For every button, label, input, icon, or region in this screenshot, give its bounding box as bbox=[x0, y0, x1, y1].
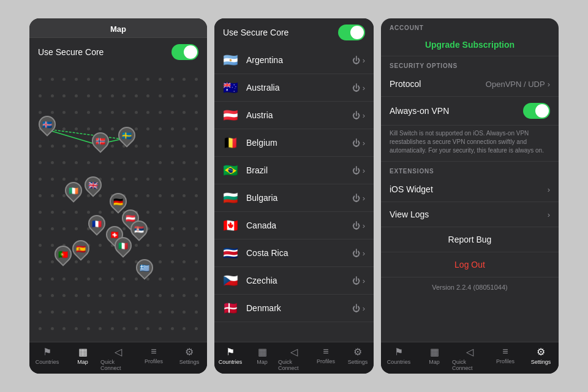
map-header: Map bbox=[29, 18, 207, 38]
country-name-costa-rica: Costa Rica bbox=[246, 248, 346, 258]
nav-profiles-map[interactable]: ≡ Profiles bbox=[136, 346, 172, 371]
country-name-denmark: Denmark bbox=[246, 303, 346, 313]
country-name-argentina: Argentina bbox=[246, 55, 346, 65]
nav-label-quickconnect-s: Quick Connect bbox=[452, 359, 488, 371]
countries-panel: Use Secure Core 🇦🇷 Argentina ⏻ › 🇦🇺 Aust… bbox=[214, 18, 374, 374]
flag-costa-rica: 🇨🇷 bbox=[223, 246, 240, 260]
flag-belgium: 🇧🇪 bbox=[223, 135, 240, 150]
country-item-austria[interactable]: 🇦🇹 Austria ⏻ › bbox=[214, 102, 374, 129]
quickconnect-icon-s: ◁ bbox=[466, 346, 473, 358]
country-name-bulgaria: Bulgaria bbox=[246, 193, 346, 203]
nav-label-profiles-s: Profiles bbox=[496, 358, 514, 364]
view-logs-item[interactable]: View Logs › bbox=[381, 202, 559, 227]
profiles-icon: ≡ bbox=[151, 346, 156, 357]
nav-label-countries: Countries bbox=[36, 359, 59, 365]
country-item-argentina[interactable]: 🇦🇷 Argentina ⏻ › bbox=[214, 47, 374, 74]
protocol-chevron: › bbox=[548, 80, 550, 89]
map-secure-core-toggle[interactable] bbox=[172, 44, 198, 60]
flag-brazil: 🇧🇷 bbox=[223, 163, 240, 178]
upgrade-subscription-button[interactable]: Upgrade Subscription bbox=[381, 34, 559, 56]
view-logs-chevron: › bbox=[548, 210, 550, 219]
country-item-czechia[interactable]: 🇨🇿 Czechia ⏻ › bbox=[214, 267, 374, 295]
protocol-item[interactable]: Protocol OpenVPN / UDP › bbox=[381, 72, 559, 97]
country-actions-costa-rica: ⏻ › bbox=[352, 249, 365, 258]
nav-profiles-countries[interactable]: ≡ Profiles bbox=[310, 346, 342, 371]
nav-quickconnect-settings[interactable]: ◁ Quick Connect bbox=[452, 346, 488, 371]
nav-label-countries-s: Countries bbox=[387, 359, 411, 365]
nav-label-settings-c: Settings bbox=[348, 359, 368, 365]
country-name-czechia: Czechia bbox=[246, 276, 346, 285]
map-icon: ▦ bbox=[78, 346, 88, 358]
always-on-vpn-label: Always-on VPN bbox=[390, 106, 449, 116]
country-actions-austria: ⏻ › bbox=[352, 111, 365, 120]
nav-label-map-s: Map bbox=[429, 359, 440, 365]
country-item-denmark[interactable]: 🇩🇰 Denmark ⏻ › bbox=[214, 295, 374, 322]
countries-secure-core-label: Use Secure Core bbox=[223, 28, 288, 37]
nav-label-profiles: Profiles bbox=[145, 358, 163, 364]
country-actions-brazil: ⏻ › bbox=[352, 166, 365, 175]
countries-secure-core-row: Use Secure Core bbox=[214, 18, 374, 47]
country-actions-argentina: ⏻ › bbox=[352, 56, 365, 65]
always-on-vpn-info: Kill Switch is not supported on iOS. Alw… bbox=[381, 126, 559, 162]
map-icon-c: ▦ bbox=[258, 346, 267, 358]
nav-map-countries[interactable]: ▦ Map bbox=[246, 346, 278, 371]
nav-settings-map[interactable]: ⚙ Settings bbox=[172, 346, 207, 371]
view-logs-label: View Logs bbox=[390, 209, 429, 219]
nav-settings-countries[interactable]: ⚙ Settings bbox=[342, 346, 374, 371]
quickconnect-icon: ◁ bbox=[115, 346, 122, 358]
nav-label-countries-c: Countries bbox=[219, 359, 243, 365]
country-name-austria: Austria bbox=[246, 110, 346, 120]
security-section-header: SECURITY OPTIONS bbox=[381, 56, 559, 72]
nav-label-quickconnect-c: Quick Connect bbox=[278, 359, 310, 371]
country-item-canada[interactable]: 🇨🇦 Canada ⏻ › bbox=[214, 212, 374, 239]
svg-line-2 bbox=[43, 129, 122, 139]
nav-label-settings: Settings bbox=[179, 359, 200, 365]
flag-bulgaria: 🇧🇬 bbox=[223, 190, 240, 205]
country-item-brazil[interactable]: 🇧🇷 Brazil ⏻ › bbox=[214, 157, 374, 184]
countries-bottom-nav: ⚑ Countries ▦ Map ◁ Quick Connect ≡ Prof… bbox=[214, 342, 374, 374]
ios-widget-chevron: › bbox=[548, 185, 550, 194]
account-section-header: ACCOUNT bbox=[381, 18, 559, 34]
countries-icon-s: ⚑ bbox=[394, 346, 403, 358]
settings-bottom-nav: ⚑ Countries ▦ Map ◁ Quick Connect ≡ Prof… bbox=[381, 342, 559, 374]
countries-icon-c: ⚑ bbox=[226, 346, 235, 358]
country-actions-czechia: ⏻ › bbox=[352, 276, 365, 285]
country-actions-bulgaria: ⏻ › bbox=[352, 194, 365, 203]
country-item-australia[interactable]: 🇦🇺 Australia ⏻ › bbox=[214, 74, 374, 102]
map-panel: Map Use Secure Core 🇮🇸 🇳🇴 🇸🇪 🇮🇪 🇬🇧 🇩🇪 🇦🇹 bbox=[29, 18, 207, 374]
nav-map-settings[interactable]: ▦ Map bbox=[417, 346, 452, 371]
country-name-australia: Australia bbox=[246, 83, 346, 92]
settings-panel: ACCOUNT Upgrade Subscription SECURITY OP… bbox=[381, 18, 559, 374]
always-on-vpn-toggle[interactable] bbox=[523, 103, 550, 119]
nav-quickconnect-map[interactable]: ◁ Quick Connect bbox=[100, 346, 136, 371]
country-actions-belgium: ⏻ › bbox=[352, 138, 365, 148]
country-actions-australia: ⏻ › bbox=[352, 83, 365, 92]
country-name-canada: Canada bbox=[246, 221, 346, 230]
countries-secure-core-toggle[interactable] bbox=[338, 24, 365, 40]
flag-austria: 🇦🇹 bbox=[223, 108, 240, 123]
country-item-costa-rica[interactable]: 🇨🇷 Costa Rica ⏻ › bbox=[214, 239, 374, 267]
settings-icon-c: ⚙ bbox=[353, 346, 362, 358]
report-bug-button[interactable]: Report Bug bbox=[381, 227, 559, 252]
countries-list: 🇦🇷 Argentina ⏻ › 🇦🇺 Australia ⏻ › 🇦🇹 Aus… bbox=[214, 47, 374, 342]
nav-profiles-settings[interactable]: ≡ Profiles bbox=[488, 346, 523, 371]
nav-label-settings-s: Settings bbox=[531, 359, 551, 365]
nav-quickconnect-countries[interactable]: ◁ Quick Connect bbox=[278, 346, 310, 371]
map-secure-core-row: Use Secure Core bbox=[29, 38, 207, 66]
nav-settings-settings[interactable]: ⚙ Settings bbox=[523, 346, 559, 371]
logout-button[interactable]: Log Out bbox=[381, 252, 559, 277]
nav-countries-map[interactable]: ⚑ Countries bbox=[29, 346, 65, 371]
version-text: Version 2.2.4 (08051044) bbox=[381, 277, 559, 297]
country-item-bulgaria[interactable]: 🇧🇬 Bulgaria ⏻ › bbox=[214, 184, 374, 212]
nav-label-map-c: Map bbox=[257, 359, 268, 365]
nav-label-quickconnect: Quick Connect bbox=[100, 359, 136, 371]
ios-widget-item[interactable]: iOS Widget › bbox=[381, 177, 559, 202]
nav-map-map[interactable]: ▦ Map bbox=[65, 346, 100, 371]
map-area: 🇮🇸 🇳🇴 🇸🇪 🇮🇪 🇬🇧 🇩🇪 🇦🇹 🇨🇭 🇫🇷 🇵🇹 🇪🇸 🇮🇹 🇷🇸 🇬… bbox=[29, 66, 207, 342]
country-item-belgium[interactable]: 🇧🇪 Belgium ⏻ › bbox=[214, 129, 374, 157]
nav-countries-countries[interactable]: ⚑ Countries bbox=[214, 346, 246, 371]
map-icon-s: ▦ bbox=[430, 346, 439, 358]
nav-countries-settings[interactable]: ⚑ Countries bbox=[381, 346, 417, 371]
always-on-vpn-row: Always-on VPN bbox=[381, 97, 559, 126]
protocol-label: Protocol bbox=[390, 79, 421, 89]
